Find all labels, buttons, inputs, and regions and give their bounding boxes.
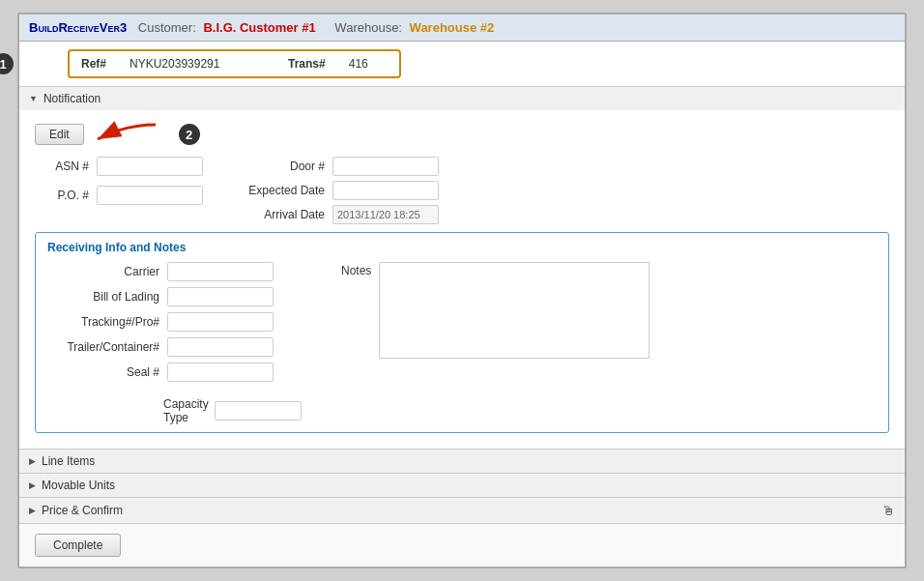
receiving-title: Receiving Info and Notes [47, 241, 877, 254]
step-badge-1: 1 [0, 53, 14, 74]
door-input[interactable] [332, 157, 439, 176]
carrier-input[interactable] [167, 262, 274, 281]
ref-label: Ref# [81, 57, 106, 71]
notification-header[interactable]: ▼ Notification [19, 87, 905, 110]
edit-button[interactable]: Edit [35, 124, 84, 145]
customer-value: B.I.G. Customer #1 [203, 20, 315, 35]
movable-units-triangle: ▶ [29, 480, 36, 490]
trans-label: Trans# [288, 57, 326, 71]
ref-box: Ref# NYKU203939291 Trans# 416 [68, 49, 401, 78]
arrival-date-input[interactable] [332, 205, 439, 224]
tracking-input[interactable] [167, 312, 274, 332]
capacity-row: Capacity Type [163, 397, 293, 424]
warehouse-label: Warehouse: [334, 20, 402, 35]
capacity-type-input[interactable] [215, 401, 302, 421]
arrival-date-label: Arrival Date [232, 208, 329, 221]
price-confirm-section: ▶ Price & Confirm 🖱 [19, 498, 905, 524]
tracking-label: Tracking#/Pro# [47, 315, 163, 329]
movable-units-section: ▶ Movable Units [19, 474, 905, 498]
complete-bar: Complete [19, 524, 905, 566]
bill-of-lading-label: Bill of Lading [47, 290, 163, 304]
expected-date-label: Expected Date [232, 184, 329, 197]
trailer-input[interactable] [167, 337, 274, 357]
notes-label: Notes [341, 262, 371, 277]
notes-area: Notes [341, 262, 877, 424]
notification-label: Notification [43, 92, 101, 105]
trailer-label: Trailer/Container# [47, 340, 163, 354]
po-label: P.O. # [35, 189, 93, 202]
edit-row: Edit 2 [35, 120, 889, 149]
notes-textarea[interactable] [379, 262, 650, 359]
ref-bar: 1 Ref# NYKU203939291 Trans# 416 [19, 42, 905, 87]
price-confirm-triangle: ▶ [29, 506, 36, 515]
line-items-label: Line Items [42, 454, 95, 468]
line-items-triangle: ▶ [29, 456, 36, 466]
ref-value: NYKU203939291 [130, 57, 245, 71]
left-form: Carrier Bill of Lading Tracking#/Pro# Tr… [47, 262, 293, 424]
asn-label: ASN # [35, 160, 93, 173]
arrow-annotation [98, 120, 165, 149]
po-input[interactable] [97, 186, 203, 205]
asn-input[interactable] [97, 157, 203, 176]
receiving-grid: Carrier Bill of Lading Tracking#/Pro# Tr… [47, 262, 877, 424]
app-name: BuildReceiveVer3 [29, 20, 127, 35]
seal-input[interactable] [167, 363, 274, 382]
capacity-type-label: Capacity Type [163, 397, 209, 424]
receiving-info-section: Receiving Info and Notes Carrier Bill of… [35, 232, 889, 433]
notification-section: ▼ Notification Edit 2 [19, 87, 905, 450]
trans-value: 416 [349, 57, 388, 71]
line-items-header[interactable]: ▶ Line Items [19, 450, 905, 473]
notification-body: Edit 2 ASN # P.O [19, 110, 905, 449]
collapse-triangle: ▼ [29, 94, 38, 103]
cursor-icon: 🖱 [881, 503, 895, 518]
price-confirm-label: Price & Confirm [42, 504, 123, 517]
complete-button[interactable]: Complete [35, 534, 121, 557]
carrier-label: Carrier [47, 265, 163, 278]
title-bar: BuildReceiveVer3 Customer: B.I.G. Custom… [19, 15, 905, 42]
seal-label: Seal # [47, 365, 163, 379]
price-confirm-header[interactable]: ▶ Price & Confirm 🖱 [19, 498, 905, 523]
bill-of-lading-input[interactable] [167, 287, 274, 306]
expected-date-input[interactable] [332, 181, 439, 200]
step-badge-2: 2 [179, 124, 200, 145]
fields-grid: ASN # P.O. # Door # Expected Date Arriva… [35, 157, 889, 224]
customer-label: Customer: [138, 20, 196, 35]
line-items-section: ▶ Line Items [19, 450, 905, 474]
movable-units-label: Movable Units [42, 479, 115, 492]
door-label: Door # [232, 160, 329, 173]
movable-units-header[interactable]: ▶ Movable Units [19, 474, 905, 497]
warehouse-value: Warehouse #2 [410, 20, 495, 35]
